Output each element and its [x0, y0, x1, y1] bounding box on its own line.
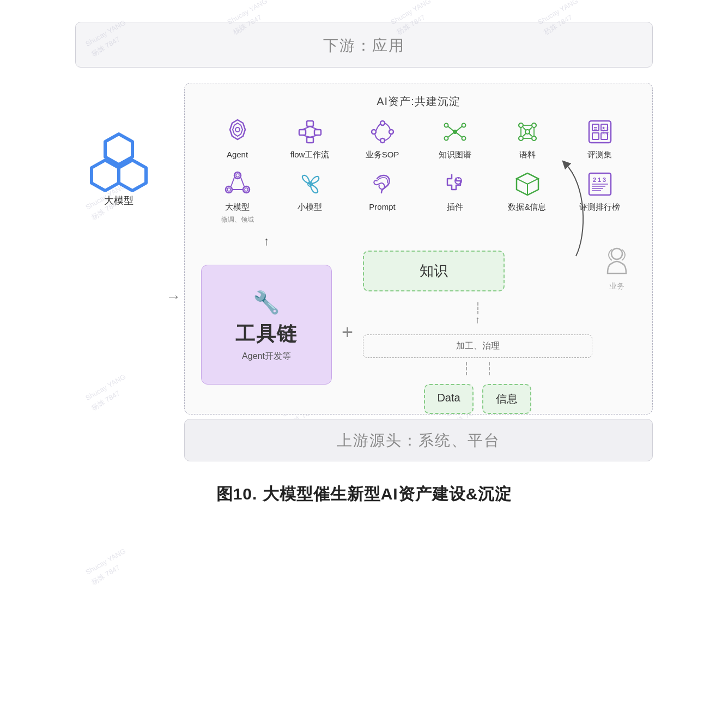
svg-point-3 [235, 127, 240, 132]
svg-line-35 [529, 127, 532, 130]
plus-sign: + [342, 321, 353, 344]
toolchain-icon: 🔧 [253, 290, 280, 315]
watermark-12: Shucay YANG杨姝 7847 [83, 546, 134, 588]
svg-point-71 [611, 248, 622, 259]
toolchain-title: 工具链 [235, 321, 298, 348]
business-person: 业务 [598, 245, 636, 291]
ai-assets-outer: AI资产:共建沉淀 Agent [184, 83, 653, 415]
svg-point-14 [389, 130, 393, 134]
downstream-title: 下游：应用 [323, 37, 405, 54]
svg-line-10 [302, 135, 310, 137]
small-model-icon [296, 170, 324, 198]
svg-point-52 [245, 188, 248, 191]
svg-line-21 [448, 126, 453, 131]
svg-point-48 [226, 186, 232, 193]
corpus-icon [513, 118, 542, 146]
data-info-row: Data 信息 [363, 384, 592, 414]
svg-line-37 [529, 133, 532, 136]
icon-corpus-label: 语料 [519, 149, 536, 160]
svg-marker-2 [119, 160, 146, 191]
svg-line-34 [523, 127, 526, 130]
svg-marker-1 [92, 160, 119, 191]
sop-icon [368, 118, 397, 146]
knowledge-label: 知识 [420, 263, 448, 279]
svg-rect-7 [307, 137, 313, 143]
icon-corpus: 语料 [491, 118, 563, 160]
svg-text:☆★: ☆★ [602, 131, 609, 136]
svg-text:3: 3 [603, 176, 606, 183]
icon-agent: Agent [201, 118, 274, 160]
dashed-line-3 [489, 362, 490, 375]
caption: 图10. 大模型催生新型AI资产建设&沉淀 [75, 483, 653, 505]
dashed-line-1 [477, 302, 478, 314]
icon-data-info: 数据&信息 [491, 170, 563, 225]
person-svg [603, 245, 630, 278]
knowledge-box: 知识 [363, 251, 505, 291]
svg-line-9 [310, 126, 318, 130]
icon-large-model-sub: 微调、领域 [221, 215, 254, 224]
svg-text:★☆: ★☆ [602, 126, 609, 131]
svg-marker-61 [517, 173, 538, 184]
svg-point-49 [243, 186, 250, 193]
svg-point-26 [532, 123, 536, 127]
icon-prompt-label: Prompt [369, 202, 395, 212]
svg-rect-6 [314, 130, 321, 135]
process-label: 加工、治理 [456, 341, 500, 350]
icon-small-model: 小模型 [274, 170, 346, 225]
icon-data-info-label: 数据&信息 [508, 202, 546, 212]
svg-point-29 [525, 130, 530, 134]
svg-point-27 [519, 136, 523, 141]
svg-point-13 [380, 121, 385, 125]
hexagon-group-icon [89, 132, 149, 192]
business-label: 业务 [609, 282, 624, 291]
prompt-icon [368, 170, 397, 198]
arrow-down-1: ↑ [363, 314, 592, 326]
svg-point-47 [234, 172, 241, 179]
upstream-box: 上游源头：系统、平台 [184, 419, 653, 461]
toolchain-subtitle: Agent开发等 [242, 351, 291, 362]
flow-icon [296, 118, 324, 146]
upstream-title: 上游源头：系统、平台 [337, 432, 500, 449]
icon-prompt: Prompt [346, 170, 418, 225]
icon-flow-label: flow工作流 [290, 149, 330, 160]
svg-point-25 [519, 123, 523, 127]
ai-assets-title: AI资产:共建沉淀 [201, 94, 636, 109]
big-model-label: 大模型 [104, 194, 134, 207]
dashed-line-2 [466, 362, 467, 375]
svg-line-36 [523, 133, 526, 136]
svg-line-11 [310, 135, 318, 137]
plugin-icon [441, 170, 469, 198]
icon-plugin-label: 插件 [447, 202, 463, 212]
process-box: 加工、治理 [363, 334, 592, 358]
icon-flow: flow工作流 [274, 118, 346, 160]
icon-knowledge-graph-label: 知识图谱 [439, 149, 471, 160]
info-box: 信息 [482, 384, 531, 414]
svg-marker-0 [105, 134, 132, 164]
data-label: Data [437, 392, 460, 404]
svg-point-18 [462, 124, 465, 127]
icon-plugin: 插件 [418, 170, 491, 225]
main-container: Shucay YANG杨姝 7847 Shucay YANG杨姝 7847 Sh… [75, 0, 653, 505]
svg-point-28 [532, 136, 536, 141]
right-panel: 知识 ↑ 加工、治理 [363, 234, 636, 414]
svg-line-53 [231, 178, 234, 186]
svg-line-8 [302, 126, 310, 130]
big-model-section: 大模型 [75, 132, 162, 207]
icon-large-model-label: 大模型 [225, 202, 250, 212]
agent-icon [223, 118, 252, 146]
svg-point-51 [227, 188, 230, 191]
curved-arrow-svg [554, 153, 598, 261]
svg-line-22 [457, 126, 462, 131]
arrow-up-toolchain: ↑ [201, 234, 332, 248]
icon-sop-label: 业务SOP [366, 149, 399, 160]
icon-large-model: 大模型 微调、领域 [201, 170, 274, 225]
large-model-icon [223, 170, 252, 198]
eval-set-icon: ★☆ ☆★ [586, 118, 614, 146]
svg-text:1: 1 [598, 176, 601, 183]
svg-point-15 [380, 138, 385, 143]
toolchain-box: 🔧 工具链 Agent开发等 [201, 265, 332, 385]
icon-small-model-label: 小模型 [298, 202, 322, 212]
svg-rect-41 [592, 133, 599, 139]
data-info-icon [513, 170, 542, 198]
knowledge-graph-icon [441, 118, 469, 146]
